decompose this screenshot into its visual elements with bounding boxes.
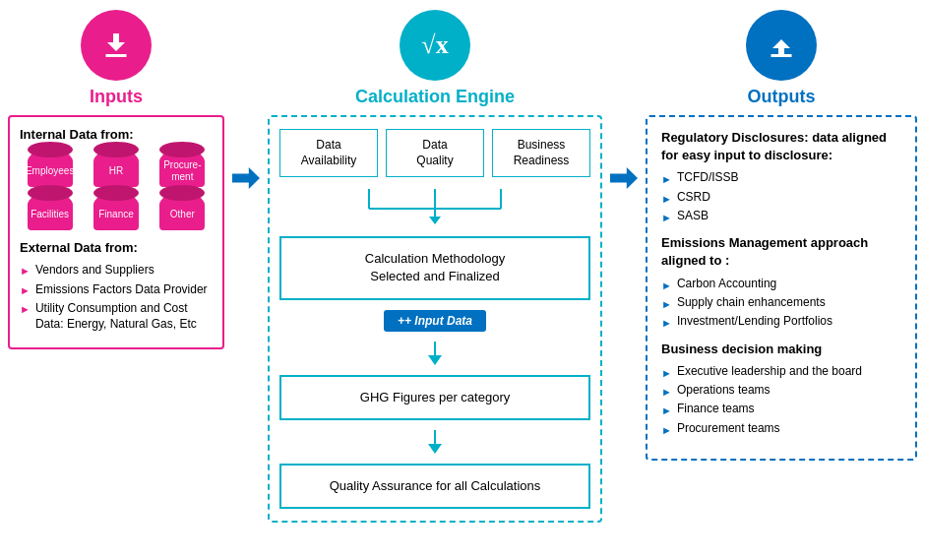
out-bullet-investment: ► Investment/Lending Portfolios: [661, 314, 901, 330]
db-finance: Finance: [86, 193, 146, 230]
db-cylinder-hr: HR: [93, 150, 139, 187]
top-blocks: DataAvailability DataQuality BusinessRea…: [279, 129, 590, 177]
regulatory-list: ► TCFD/ISSB ► CSRD ► SASB: [661, 170, 901, 224]
calc-step-methodology-text: Calculation MethodologySelected and Fina…: [365, 251, 505, 283]
arrow-calc-to-outputs: [610, 167, 638, 189]
out-bullet-procurement: ► Procurement teams: [661, 421, 901, 437]
business-title: Business decision making: [661, 341, 901, 358]
db-procurement: Procure-ment: [153, 150, 213, 187]
out-arrow-finance-out: ►: [661, 404, 672, 417]
db-cylinder-employees: Employees: [28, 150, 73, 187]
block-business-readiness: BusinessReadiness: [492, 129, 590, 177]
out-bullet-tcfd: ► TCFD/ISSB: [661, 170, 901, 186]
out-bullet-csrd: ► CSRD: [661, 190, 901, 206]
business-list: ► Executive leadership and the board ► O…: [661, 364, 901, 437]
arrow-line-2: [434, 430, 436, 444]
bullet-utility-text: Utility Consumption and Cost Data: Energ…: [35, 301, 213, 332]
outputs-box: Regulatory Disclosures: data aligned for…: [646, 115, 917, 461]
calc-box: DataAvailability DataQuality BusinessRea…: [268, 115, 602, 523]
regulatory-title: Regulatory Disclosures: data aligned for…: [661, 129, 901, 164]
db-label-facilities: Facilities: [29, 209, 71, 220]
external-data-label: External Data from:: [20, 240, 213, 255]
db-facilities: Facilities: [20, 193, 80, 230]
calc-step-methodology: Calculation MethodologySelected and Fina…: [279, 236, 590, 299]
emissions-title: Emissions Management approach aligned to…: [661, 234, 901, 270]
arrow-line-1: [434, 342, 436, 355]
main-container: Inputs Internal Data from: Employees HR …: [0, 0, 925, 560]
inputs-box: Internal Data from: Employees HR Procure…: [8, 115, 224, 349]
block-business-readiness-text: BusinessReadiness: [514, 138, 570, 167]
out-bullet-tcfd-text: TCFD/ISSB: [677, 170, 739, 186]
emissions-section: Emissions Management approach aligned to…: [661, 234, 901, 330]
out-bullet-exec-text: Executive leadership and the board: [677, 364, 862, 380]
bullet-vendors: ► Vendors and Suppliers: [20, 263, 213, 279]
block-data-quality-text: DataQuality: [416, 138, 453, 167]
db-cylinder-facilities: Facilities: [28, 193, 73, 230]
arrow-down-1: [428, 342, 442, 365]
out-arrow-exec: ►: [661, 366, 672, 380]
out-bullet-sasb-text: SASB: [677, 209, 709, 224]
calc-engine-column: √x Calculation Engine DataAvailability D…: [268, 10, 602, 523]
out-arrow-procurement: ►: [661, 423, 672, 437]
merge-svg-1: [337, 189, 533, 224]
out-bullet-finance-text: Finance teams: [677, 402, 755, 417]
db-cylinder-procurement: Procure-ment: [159, 150, 205, 187]
input-data-badge: ++ Input Data: [384, 310, 486, 332]
out-bullet-sasb: ► SASB: [661, 209, 901, 224]
out-bullet-finance: ► Finance teams: [661, 402, 901, 417]
out-arrow-tcfd: ►: [661, 172, 672, 186]
out-bullet-supply-text: Supply chain enhancements: [677, 295, 826, 311]
calc-step-ghg: GHG Figures per category: [279, 375, 590, 420]
business-section: Business decision making ► Executive lea…: [661, 341, 901, 437]
arrow-head-1: [428, 355, 442, 365]
calc-step-qa-text: Quality Assurance for all Calculations: [330, 478, 541, 493]
external-bullet-list: ► Vendors and Suppliers ► Emissions Fact…: [20, 263, 213, 332]
calc-title: Calculation Engine: [355, 87, 515, 107]
sqrt-symbol: √x: [421, 31, 448, 60]
out-bullet-csrd-text: CSRD: [677, 190, 710, 206]
inputs-title: Inputs: [90, 87, 143, 107]
out-arrow-investment: ►: [661, 316, 672, 330]
out-arrow-sasb: ►: [661, 211, 672, 224]
out-bullet-carbon-text: Carbon Accounting: [677, 277, 776, 292]
db-label-other: Other: [168, 209, 197, 220]
out-arrow-ops: ►: [661, 385, 672, 399]
merge-arrows-1: [279, 189, 590, 224]
outputs-title: Outputs: [748, 87, 816, 107]
block-data-quality: DataQuality: [386, 129, 484, 177]
out-bullet-supply: ► Supply chain enhancements: [661, 295, 901, 311]
db-label-employees: Employees: [24, 165, 76, 177]
db-label-hr: HR: [107, 165, 125, 177]
out-bullet-ops-text: Operations teams: [677, 383, 771, 399]
out-bullet-carbon: ► Carbon Accounting: [661, 277, 901, 292]
inputs-column: Inputs Internal Data from: Employees HR …: [8, 10, 224, 349]
download-icon: [98, 28, 134, 63]
bullet-utility: ► Utility Consumption and Cost Data: Ene…: [20, 301, 213, 332]
block-data-availability: DataAvailability: [279, 129, 378, 177]
inputs-icon-circle: [81, 10, 152, 81]
arrow-inputs-to-calc-shape: [232, 167, 260, 189]
bullet-arrow-utility: ►: [20, 302, 31, 316]
db-employees: Employees: [20, 150, 80, 187]
out-bullet-exec: ► Executive leadership and the board: [661, 364, 901, 380]
out-arrow-supply: ►: [661, 297, 672, 311]
bullet-arrow-emissions-factors: ►: [20, 283, 31, 297]
arrow-calc-to-outputs-shape: [610, 167, 638, 189]
calc-step-qa: Quality Assurance for all Calculations: [279, 464, 590, 509]
db-other: Other: [153, 193, 213, 230]
out-arrow-carbon: ►: [661, 279, 672, 292]
db-cylinder-finance: Finance: [93, 193, 139, 230]
db-label-procurement: Procure-ment: [161, 159, 203, 183]
arrow-inputs-to-calc: [232, 167, 260, 189]
outputs-icon-circle: [746, 10, 817, 81]
bullet-vendors-text: Vendors and Suppliers: [35, 263, 154, 279]
out-bullet-ops: ► Operations teams: [661, 383, 901, 399]
db-cylinder-other: Other: [159, 193, 205, 230]
emissions-list: ► Carbon Accounting ► Supply chain enhan…: [661, 277, 901, 331]
external-data-section: External Data from: ► Vendors and Suppli…: [20, 240, 213, 332]
db-cylinders-grid: Employees HR Procure-ment Facilities: [20, 150, 213, 230]
upload-icon: [764, 28, 799, 63]
out-bullet-investment-text: Investment/Lending Portfolios: [677, 314, 832, 330]
out-bullet-procurement-text: Procurement teams: [677, 421, 780, 437]
bullet-arrow-vendors: ►: [20, 264, 31, 278]
